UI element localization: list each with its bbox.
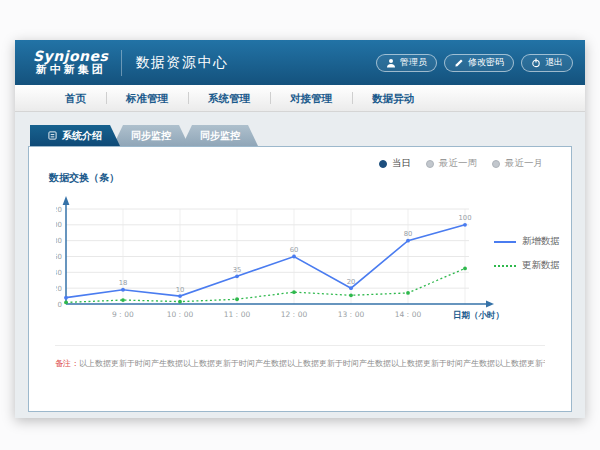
change-password-button[interactable]: 修改密码 — [444, 54, 514, 72]
svg-text:18: 18 — [119, 279, 128, 287]
tab-0[interactable]: 系统介绍 — [30, 125, 120, 146]
svg-text:10：00: 10：00 — [167, 310, 194, 319]
nav-item-3[interactable]: 对接管理 — [270, 85, 352, 111]
range-option-label: 最近一月 — [505, 157, 543, 170]
content-area: 系统介绍同步监控同步监控 当日最近一周最近一月 数据交换（条） 02040608… — [15, 112, 585, 412]
note-text: 以上数据更新于时间产生数据以上数据更新于时间产生数据以上数据更新于时间产生数据以… — [79, 359, 545, 368]
svg-text:40: 40 — [56, 269, 62, 277]
svg-text:20: 20 — [56, 285, 62, 293]
header-divider — [121, 50, 122, 76]
svg-text:12：00: 12：00 — [281, 310, 308, 319]
legend-label: 更新数据 — [522, 259, 560, 272]
radio-dot-icon — [426, 160, 434, 168]
line-chart: 0204060801001209：0010：0011：0012：0013：001… — [56, 192, 516, 326]
note: 备注：以上数据更新于时间产生数据以上数据更新于时间产生数据以上数据更新于时间产生… — [55, 345, 545, 369]
svg-text:60: 60 — [290, 246, 299, 254]
range-option-2[interactable]: 最近一月 — [492, 157, 543, 170]
admin-button[interactable]: 管理员 — [376, 54, 437, 72]
note-label: 备注： — [55, 359, 79, 368]
svg-text:100: 100 — [459, 214, 472, 222]
range-filter: 当日最近一周最近一月 — [379, 157, 543, 170]
tab-bar: 系统介绍同步监控同步监控 — [30, 125, 572, 146]
legend-label: 新增数据 — [522, 235, 560, 248]
app-title: 数据资源中心 — [135, 54, 228, 72]
radio-dot-icon — [379, 160, 387, 168]
svg-text:9：00: 9：00 — [112, 310, 134, 319]
tab-label: 同步监控 — [200, 129, 240, 143]
svg-text:80: 80 — [404, 230, 413, 238]
header-actions: 管理员 修改密码 退出 — [376, 54, 573, 72]
svg-text:日期（小时）: 日期（小时） — [453, 310, 504, 320]
admin-button-label: 管理员 — [400, 56, 427, 69]
main-nav: 首页标准管理系统管理对接管理数据异动 — [15, 85, 585, 112]
svg-text:10: 10 — [176, 286, 185, 294]
logo[interactable]: Synjones 新中新集团 — [33, 48, 108, 77]
svg-text:60: 60 — [56, 253, 62, 261]
svg-text:11：00: 11：00 — [224, 310, 251, 319]
y-axis-title: 数据交换（条） — [49, 171, 119, 185]
app-window: Synjones 新中新集团 数据资源中心 管理员 修改密码 — [15, 40, 585, 418]
tab-label: 同步监控 — [131, 129, 171, 143]
legend-item-0[interactable]: 新增数据 — [494, 235, 560, 248]
nav-item-0[interactable]: 首页 — [45, 85, 106, 111]
range-option-1[interactable]: 最近一周 — [426, 157, 477, 170]
chart-panel: 当日最近一周最近一月 数据交换（条） 0204060801001209：0010… — [28, 146, 572, 412]
logout-button[interactable]: 退出 — [521, 54, 573, 72]
range-option-label: 当日 — [392, 157, 411, 170]
svg-text:120: 120 — [56, 206, 62, 214]
logo-subtext: 新中新集团 — [33, 64, 108, 77]
change-password-label: 修改密码 — [468, 56, 504, 69]
nav-item-1[interactable]: 标准管理 — [106, 85, 188, 111]
document-icon — [48, 131, 57, 140]
user-icon — [386, 58, 396, 68]
app-header: Synjones 新中新集团 数据资源中心 管理员 修改密码 — [15, 40, 585, 85]
svg-text:14：00: 14：00 — [395, 310, 422, 319]
range-option-0[interactable]: 当日 — [379, 157, 411, 170]
legend-line-icon — [494, 265, 516, 267]
svg-text:13：00: 13：00 — [338, 310, 365, 319]
power-icon — [531, 58, 541, 68]
tab-1[interactable]: 同步监控 — [113, 125, 189, 146]
svg-text:100: 100 — [56, 221, 62, 229]
logo-text: Synjones — [33, 48, 108, 64]
svg-text:80: 80 — [56, 237, 62, 245]
tab-2[interactable]: 同步监控 — [182, 125, 258, 146]
nav-item-4[interactable]: 数据异动 — [352, 85, 434, 111]
pencil-icon — [454, 58, 464, 68]
nav-item-2[interactable]: 系统管理 — [188, 85, 270, 111]
chart-legend: 新增数据更新数据 — [494, 235, 560, 272]
svg-text:35: 35 — [233, 266, 242, 274]
legend-item-1[interactable]: 更新数据 — [494, 259, 560, 272]
range-option-label: 最近一周 — [439, 157, 477, 170]
svg-text:0: 0 — [58, 301, 62, 309]
logout-label: 退出 — [545, 56, 563, 69]
svg-text:20: 20 — [347, 278, 356, 286]
legend-line-icon — [494, 241, 516, 243]
radio-dot-icon — [492, 160, 500, 168]
tab-label: 系统介绍 — [62, 129, 102, 143]
page-background: Synjones 新中新集团 数据资源中心 管理员 修改密码 — [0, 0, 600, 450]
